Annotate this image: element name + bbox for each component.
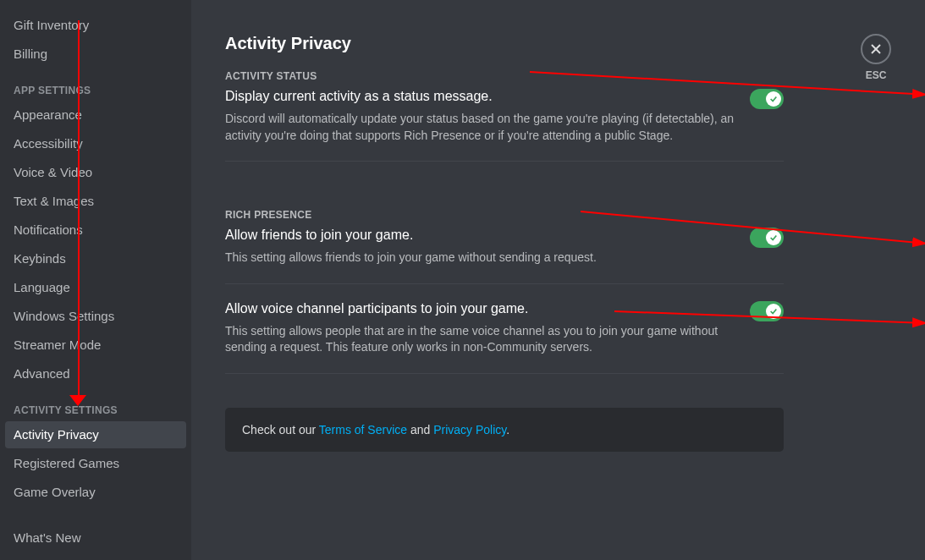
close-icon: [869, 42, 883, 56]
sidebar-section-app-settings: APP SETTINGS: [5, 69, 186, 100]
notice-and: and: [407, 423, 433, 436]
terms-of-service-link[interactable]: Terms of Service: [319, 423, 407, 436]
sidebar-item-activity-privacy[interactable]: Activity Privacy: [5, 421, 186, 448]
divider: [225, 161, 784, 162]
sidebar-item-whats-new[interactable]: What's New: [5, 524, 186, 552]
sidebar-item-advanced[interactable]: Advanced: [5, 360, 186, 387]
sidebar-item-keybinds[interactable]: Keybinds: [5, 245, 186, 272]
divider: [225, 373, 784, 374]
check-icon: [769, 307, 778, 316]
setting-description: This setting allows people that are in t…: [225, 323, 750, 356]
section-label-activity-status: ACTIVITY STATUS: [225, 70, 784, 82]
sidebar-item-notifications[interactable]: Notifications: [5, 217, 186, 244]
notice-suffix: .: [506, 423, 509, 436]
sidebar-item-windows-settings[interactable]: Windows Settings: [5, 303, 186, 330]
sidebar-item-streamer-mode[interactable]: Streamer Mode: [5, 332, 186, 359]
divider: [225, 283, 784, 284]
sidebar-item-registered-games[interactable]: Registered Games: [5, 450, 186, 477]
setting-title: Display current activity as a status mes…: [225, 89, 493, 104]
toggle-handle: [766, 230, 781, 245]
check-icon: [769, 233, 778, 242]
toggle-allow-friends-join[interactable]: [750, 228, 784, 248]
main-content: ESC Activity Privacy ACTIVITY STATUS Dis…: [191, 0, 925, 560]
page-title: Activity Privacy: [225, 34, 784, 53]
settings-sidebar: Gift Inventory Billing APP SETTINGS Appe…: [0, 0, 191, 560]
sidebar-item-billing[interactable]: Billing: [5, 41, 186, 68]
setting-allow-friends-join: Allow friends to join your game. This se…: [225, 228, 784, 266]
close-label: ESC: [866, 69, 887, 81]
sidebar-item-language[interactable]: Language: [5, 274, 186, 301]
sidebar-item-accessibility[interactable]: Accessibility: [5, 130, 186, 157]
sidebar-item-text-images[interactable]: Text & Images: [5, 188, 186, 215]
section-label-rich-presence: RICH PRESENCE: [225, 209, 784, 221]
sidebar-item-gift-inventory[interactable]: Gift Inventory: [5, 12, 186, 39]
close-button[interactable]: ESC: [861, 34, 891, 81]
notice-box: Check out our Terms of Service and Priva…: [225, 408, 784, 452]
sidebar-section-activity-settings: ACTIVITY SETTINGS: [5, 389, 186, 420]
notice-prefix: Check out our: [242, 423, 319, 436]
sidebar-item-appearance[interactable]: Appearance: [5, 102, 186, 129]
privacy-policy-link[interactable]: Privacy Policy: [433, 423, 506, 436]
sidebar-item-game-overlay[interactable]: Game Overlay: [5, 479, 186, 506]
toggle-handle: [766, 91, 781, 107]
check-icon: [769, 95, 778, 103]
setting-description: This setting allows friends to join your…: [225, 250, 750, 266]
setting-display-activity: Display current activity as a status mes…: [225, 89, 784, 144]
toggle-allow-voice-join[interactable]: [750, 301, 784, 321]
setting-title: Allow voice channel participants to join…: [225, 301, 528, 316]
setting-title: Allow friends to join your game.: [225, 228, 413, 243]
close-circle: [861, 34, 891, 64]
toggle-display-activity[interactable]: [750, 89, 784, 109]
sidebar-item-voice-video[interactable]: Voice & Video: [5, 159, 186, 186]
setting-allow-voice-join: Allow voice channel participants to join…: [225, 301, 784, 356]
toggle-handle: [766, 304, 781, 319]
setting-description: Discord will automatically update your s…: [225, 111, 750, 144]
